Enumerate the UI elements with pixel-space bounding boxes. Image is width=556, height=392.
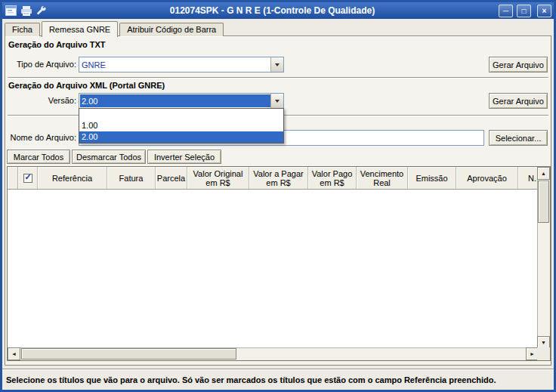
tab-strip: FichaRemessa GNREAtribuir Código de Barr… xyxy=(5,20,225,36)
column-header[interactable]: Valor Pago em R$ xyxy=(308,167,357,190)
column-header[interactable]: Fatura xyxy=(107,167,156,190)
close-button[interactable]: × xyxy=(537,5,551,17)
tab-page: Geração do Arquivo TXT Tipo de Arquivo: … xyxy=(5,35,551,366)
title-bar: 012074SPK - G N R E (1-Controle De Quali… xyxy=(2,2,554,19)
window-title: 012074SPK - G N R E (1-Controle De Quali… xyxy=(50,5,495,16)
grid-header: ReferênciaFaturaParcelaValor Original em… xyxy=(8,167,550,190)
tab-atribuir-c-digo-de-barra[interactable]: Atribuir Código de Barra xyxy=(119,23,224,36)
vertical-scrollbar[interactable]: ▲ ▼ xyxy=(537,167,550,349)
tab-ficha[interactable]: Ficha xyxy=(5,23,40,36)
select-file-button[interactable]: Selecionar... xyxy=(489,130,548,146)
app-icon xyxy=(5,5,17,17)
column-header[interactable]: Vencimento Real xyxy=(357,167,408,190)
maximize-button[interactable]: □ xyxy=(517,5,531,17)
column-header[interactable]: Valor a Pagar em R$ xyxy=(249,167,308,190)
scroll-left-icon[interactable]: ◄ xyxy=(8,347,20,360)
version-value: 2.00 xyxy=(80,94,270,107)
horizontal-scrollbar[interactable]: ◄ ► xyxy=(8,347,539,360)
chevron-down-icon[interactable] xyxy=(270,94,283,108)
generate-txt-button[interactable]: Gerar Arquivo xyxy=(489,57,548,73)
chevron-down-icon[interactable] xyxy=(270,57,283,72)
tab-remessa-gnre[interactable]: Remessa GNRE xyxy=(42,21,118,37)
column-header[interactable]: Parcela xyxy=(156,167,187,190)
vertical-scroll-thumb[interactable] xyxy=(538,181,549,223)
select-all-checkbox[interactable] xyxy=(23,174,32,183)
xml-section-title: Geração do Arquivo XML (Portal GNRE) xyxy=(8,81,165,90)
wrench-icon[interactable] xyxy=(35,5,48,17)
unmark-all-button[interactable]: Desmarcar Todos xyxy=(72,150,146,164)
grid-corner-cell xyxy=(8,167,18,190)
scrollbar-corner xyxy=(537,347,550,360)
select-all-cell xyxy=(18,167,38,190)
data-grid: ReferênciaFaturaParcelaValor Original em… xyxy=(7,166,551,361)
status-text: Selecione os títulos que vão para o arqu… xyxy=(6,375,496,384)
version-option[interactable] xyxy=(79,109,283,120)
version-combo[interactable]: 2.00 xyxy=(79,93,284,109)
grid-body xyxy=(8,190,550,349)
status-bar: Selecione os títulos que vão para o arqu… xyxy=(2,369,554,390)
print-icon[interactable] xyxy=(20,5,32,17)
column-header[interactable]: Aprovação xyxy=(456,167,518,190)
file-type-value: GNRE xyxy=(79,57,270,72)
generate-xml-button[interactable]: Gerar Arquivo xyxy=(489,93,548,109)
version-option[interactable]: 2.00 xyxy=(79,131,283,143)
client-area: FichaRemessa GNREAtribuir Código de Barr… xyxy=(2,19,554,390)
column-header[interactable]: Referência xyxy=(38,167,107,190)
file-name-label: Nome do Arquivo: xyxy=(7,133,76,142)
divider xyxy=(8,77,548,79)
version-label: Versão: xyxy=(7,96,76,105)
mark-all-button[interactable]: Marcar Todos xyxy=(7,150,70,164)
file-type-label: Tipo de Arquivo: xyxy=(7,60,76,69)
horizontal-scroll-thumb[interactable] xyxy=(21,348,236,360)
scroll-up-icon[interactable]: ▲ xyxy=(537,167,550,180)
version-dropdown-list: 1.002.00 xyxy=(79,108,284,144)
version-option[interactable]: 1.00 xyxy=(79,120,283,131)
file-type-combo[interactable]: GNRE xyxy=(79,57,284,73)
minimize-button[interactable]: ─ xyxy=(499,5,513,17)
column-header[interactable]: Emissão xyxy=(408,167,456,190)
column-header[interactable]: Valor Original em R$ xyxy=(187,167,249,190)
txt-section-title: Geração do Arquivo TXT xyxy=(8,40,106,49)
invert-selection-button[interactable]: Inverter Seleção xyxy=(147,150,221,164)
app-window: 012074SPK - G N R E (1-Controle De Quali… xyxy=(0,0,556,392)
